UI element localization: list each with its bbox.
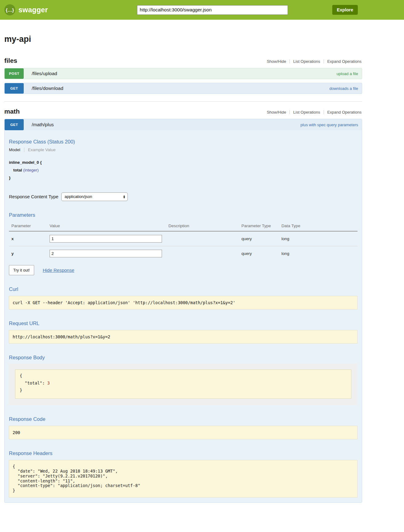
select-arrows-icon: ▴▾ — [123, 195, 125, 199]
expanded-op-get-math-plus: GET /math/plus plus with spec query para… — [4, 119, 362, 503]
model-open-line: inline_model_0 { — [9, 159, 358, 167]
parameters-heading: Parameters — [9, 212, 358, 218]
section-divider — [4, 101, 362, 102]
op-row-get-files-download[interactable]: GET /files/download downloads a file — [4, 83, 362, 94]
section-files-controls: Show/Hide List Operations Expand Operati… — [263, 59, 362, 64]
response-code-value: 200 — [9, 426, 358, 439]
parameters-table: Parameter Value Description Parameter Ty… — [9, 221, 358, 261]
op-expanded-body: Response Class (Status 200) Model Exampl… — [5, 130, 362, 502]
op-summary-link[interactable]: upload a file — [337, 71, 358, 76]
param-row-x: x query long — [9, 231, 358, 246]
try-it-out-button[interactable]: Try it out! — [9, 265, 34, 275]
response-headers-box: { "date": "Wed, 22 Aug 2018 18:49:13 GMT… — [9, 460, 358, 498]
response-class-heading: Response Class (Status 200) — [9, 139, 358, 145]
show-hide-link[interactable]: Show/Hide — [263, 110, 289, 115]
list-operations-link[interactable]: List Operations — [290, 59, 323, 64]
response-body-container: { "total": 3 } — [9, 364, 358, 405]
response-body-json: { "total": 3 } — [20, 372, 347, 394]
section-files-title[interactable]: files — [4, 57, 17, 64]
param-description — [166, 246, 239, 261]
request-url-value: http://localhost:3000/math/plus?x=1&y=2 — [9, 330, 358, 344]
param-data-type: long — [279, 231, 358, 246]
selected-content-type: application/json — [65, 194, 123, 199]
tab-example-value[interactable]: Example Value — [24, 147, 56, 152]
hide-response-link[interactable]: Hide Response — [43, 268, 75, 273]
response-code-heading: Response Code — [9, 416, 358, 422]
op-path-link[interactable]: /files/download — [32, 86, 63, 91]
show-hide-link[interactable]: Show/Hide — [263, 59, 289, 64]
spec-url-input[interactable] — [137, 5, 288, 15]
op-row-get-math-plus[interactable]: GET /math/plus plus with spec query para… — [5, 119, 362, 130]
expand-operations-link[interactable]: Expand Operations — [324, 59, 362, 64]
response-content-type-label: Response Content Type — [9, 194, 59, 199]
op-row-post-files-upload[interactable]: POST /files/upload upload a file — [4, 68, 362, 79]
api-title: my-api — [4, 34, 362, 44]
section-math: math Show/Hide List Operations Expand Op… — [4, 108, 362, 532]
col-description: Description — [166, 221, 239, 231]
section-files: files Show/Hide List Operations Expand O… — [4, 57, 362, 94]
swagger-logo[interactable]: {…} swagger — [4, 4, 48, 15]
op-summary-link[interactable]: downloads a file — [329, 86, 358, 91]
get-method-badge: GET — [5, 83, 24, 94]
param-type: query — [239, 231, 279, 246]
expand-operations-link[interactable]: Expand Operations — [324, 110, 362, 115]
section-math-title[interactable]: math — [4, 108, 20, 115]
model-prop-type: (integer) — [23, 168, 38, 172]
tab-model[interactable]: Model — [9, 147, 24, 152]
op-path-link[interactable]: /math/plus — [32, 122, 54, 127]
swagger-logo-text: swagger — [18, 6, 48, 14]
top-header-bar: {…} swagger Explore — [0, 0, 404, 20]
get-method-badge: GET — [5, 119, 24, 130]
response-headers-heading: Response Headers — [9, 450, 358, 456]
param-description — [166, 231, 239, 246]
model-prop-name: total — [13, 168, 22, 172]
model-signature: inline_model_0 { total (integer) } — [9, 159, 358, 182]
param-name: x — [9, 231, 47, 246]
col-value: Value — [47, 221, 166, 231]
list-operations-link[interactable]: List Operations — [290, 110, 323, 115]
param-y-value-input[interactable] — [50, 250, 162, 257]
model-tabs: Model Example Value — [9, 147, 358, 152]
param-type: query — [239, 246, 279, 261]
response-body-heading: Response Body — [9, 355, 358, 361]
col-parameter-type: Parameter Type — [239, 221, 279, 231]
param-row-y: y query long — [9, 246, 358, 261]
response-headers-json: { "date": "Wed, 22 Aug 2018 18:49:13 GMT… — [13, 464, 354, 493]
response-content-type-select[interactable]: application/json ▴▾ — [61, 192, 128, 201]
swagger-braces-icon: {…} — [4, 4, 15, 15]
param-name: y — [9, 246, 47, 261]
col-parameter: Parameter — [9, 221, 47, 231]
post-method-badge: POST — [5, 68, 24, 79]
section-math-controls: Show/Hide List Operations Expand Operati… — [263, 110, 362, 115]
op-summary-link[interactable]: plus with spec query parameters — [301, 123, 358, 127]
param-x-value-input[interactable] — [50, 235, 162, 243]
param-data-type: long — [279, 246, 358, 261]
model-close-line: } — [9, 174, 358, 182]
explore-button[interactable]: Explore — [332, 5, 358, 15]
request-url-heading: Request URL — [9, 320, 358, 326]
curl-command: curl -X GET --header 'Accept: applicatio… — [9, 296, 358, 309]
op-path-link[interactable]: /files/upload — [32, 71, 57, 76]
curl-heading: Curl — [9, 286, 358, 292]
col-data-type: Data Type — [279, 221, 358, 231]
